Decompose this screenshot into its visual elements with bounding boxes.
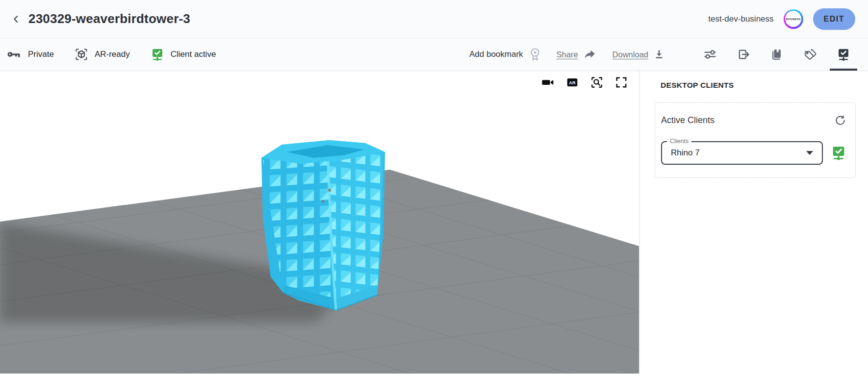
tags-icon (803, 48, 817, 61)
back-chevron-icon (11, 14, 22, 25)
add-bookmark-button[interactable]: Add bookmark (469, 47, 542, 62)
desktop-clients-icon (837, 48, 850, 61)
desktop-clients-panel: DESKTOP CLIENTS Active Clients Clients R… (640, 71, 868, 376)
business-badge-label: BUSINESS (785, 11, 801, 27)
share-arrow-icon (583, 49, 596, 60)
download-button[interactable]: Download (613, 49, 665, 60)
zoom-select-icon (590, 76, 603, 89)
tune-icon (703, 48, 717, 61)
desktop-clients-button[interactable] (827, 38, 860, 71)
viewport-controls: AR (541, 75, 628, 89)
toolbar: Private AR-ready Client active (0, 38, 868, 71)
clients-select[interactable]: Clients Rhino 7 (661, 141, 823, 165)
tower-model (261, 140, 385, 310)
zoom-to-fit-button[interactable] (590, 75, 604, 89)
privacy-status[interactable]: Private (7, 49, 54, 60)
edit-button[interactable]: EDIT (813, 8, 855, 30)
ar-view-button[interactable]: AR (565, 75, 579, 89)
key-icon (7, 49, 22, 60)
camera-icon (541, 76, 554, 89)
export-button[interactable] (727, 38, 760, 71)
bookmark-award-icon (528, 47, 542, 62)
client-active-label: Client active (171, 50, 216, 59)
3d-scene (0, 71, 640, 374)
download-label: Download (613, 50, 648, 59)
clients-select-label: Clients (667, 138, 691, 145)
download-icon (653, 49, 665, 60)
library-icon (770, 48, 784, 61)
add-bookmark-label: Add bookmark (469, 50, 523, 59)
client-active-status: Client active (151, 48, 216, 61)
record-video-button[interactable] (541, 75, 555, 89)
tags-button[interactable] (793, 38, 827, 71)
active-clients-label: Active Clients (661, 115, 715, 125)
app-window: 230329-weaverbirdtower-3 test-dev-busine… (0, 0, 868, 376)
chevron-down-icon (806, 151, 813, 155)
refresh-icon (834, 114, 846, 126)
share-button[interactable]: Share (557, 49, 596, 60)
account-name: test-dev-business (708, 14, 773, 24)
active-clients-card: Active Clients Clients Rhino 7 (655, 102, 856, 178)
ar-cube-icon (75, 48, 88, 61)
refresh-button[interactable] (834, 114, 846, 126)
client-connection-status (831, 145, 846, 161)
ar-ready-status: AR-ready (75, 48, 130, 61)
export-icon (737, 48, 750, 61)
business-badge[interactable]: BUSINESS (784, 9, 803, 29)
panel-title: DESKTOP CLIENTS (655, 81, 856, 90)
page-title: 230329-weaverbirdtower-3 (28, 11, 190, 26)
fullscreen-icon (615, 76, 628, 89)
tune-button[interactable] (693, 38, 727, 71)
privacy-label: Private (28, 50, 54, 59)
header: 230329-weaverbirdtower-3 test-dev-busine… (0, 0, 868, 38)
fullscreen-button[interactable] (614, 75, 628, 89)
library-button[interactable] (760, 38, 793, 71)
ar-ready-label: AR-ready (95, 50, 130, 59)
model-viewport[interactable]: AR (0, 71, 640, 374)
client-status-icon (831, 145, 846, 161)
ar-badge-icon: AR (566, 76, 579, 89)
share-label: Share (557, 50, 578, 59)
ar-badge-text: AR (569, 80, 576, 85)
back-button[interactable] (8, 11, 25, 27)
clients-select-value: Rhino 7 (671, 148, 700, 158)
client-monitor-icon (151, 48, 164, 61)
